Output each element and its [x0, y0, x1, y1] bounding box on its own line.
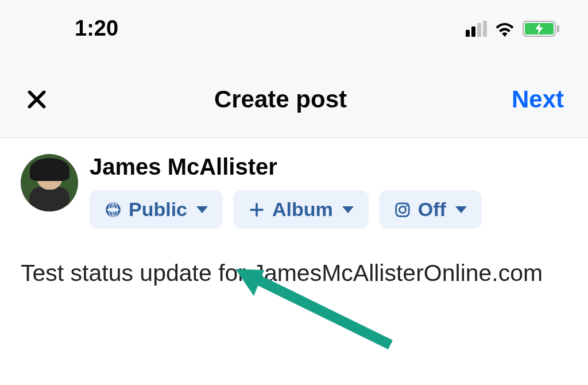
user-info: James McAllister Public	[90, 154, 567, 229]
chevron-down-icon	[455, 206, 467, 213]
chevron-down-icon	[196, 206, 208, 213]
svg-point-5	[399, 206, 405, 213]
chevron-down-icon	[342, 206, 354, 213]
album-selector[interactable]: Album	[233, 190, 369, 229]
album-label: Album	[272, 198, 333, 221]
instagram-icon	[394, 201, 411, 218]
globe-icon	[105, 201, 122, 218]
post-text-input[interactable]: Test status update for JamesMcAllisterOn…	[21, 257, 567, 289]
battery-icon	[523, 21, 559, 37]
close-button[interactable]	[24, 87, 49, 112]
avatar[interactable]	[21, 154, 78, 211]
status-time: 1:20	[75, 16, 118, 41]
cellular-signal-icon	[466, 21, 487, 37]
instagram-label: Off	[418, 198, 446, 221]
wifi-icon	[494, 21, 516, 37]
close-icon	[26, 88, 48, 110]
status-bar: 1:20	[0, 0, 588, 57]
user-name: James McAllister	[90, 154, 567, 180]
status-icons	[466, 21, 559, 37]
svg-point-6	[405, 205, 407, 206]
audience-label: Public	[129, 198, 187, 221]
user-row: James McAllister Public	[21, 154, 567, 229]
plus-icon	[248, 201, 265, 218]
chip-row: Public Album Off	[90, 190, 567, 229]
instagram-toggle[interactable]: Off	[379, 190, 482, 229]
content-area: James McAllister Public	[0, 138, 588, 305]
page-title: Create post	[214, 86, 347, 113]
next-button[interactable]: Next	[512, 86, 564, 113]
audience-selector[interactable]: Public	[90, 190, 223, 229]
header-bar: Create post Next	[0, 57, 588, 138]
